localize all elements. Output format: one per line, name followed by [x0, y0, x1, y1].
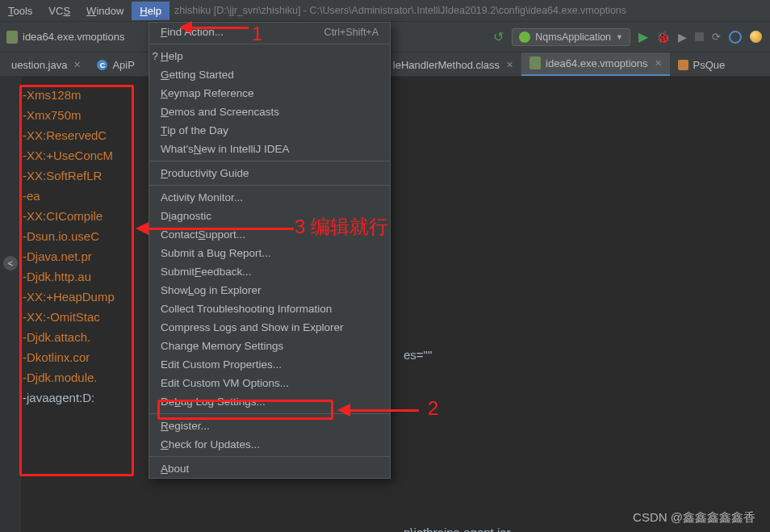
annotation-text-1: 1	[252, 23, 262, 45]
code-content-right: es="" n\jetbrains-agent.jar	[404, 319, 511, 532]
search-everywhere-icon[interactable]	[729, 31, 742, 44]
run-button[interactable]: ▶	[638, 29, 648, 44]
gutter	[0, 77, 21, 532]
close-icon[interactable]: ✕	[73, 60, 81, 70]
breadcrumb-file: idea64.exe.vmoptions	[23, 31, 124, 43]
git-update-icon[interactable]: ⟳	[712, 31, 721, 43]
edit-properties-item[interactable]: Edit Custom Properties...	[149, 355, 390, 374]
annotation-text-3: 3 编辑就行	[295, 214, 388, 240]
stop-button[interactable]	[695, 32, 704, 41]
tab-api[interactable]: C ApiP	[89, 54, 142, 76]
tip-item[interactable]: Tip of the Day	[149, 121, 390, 140]
debug-log-item[interactable]: Debug Log Settings...	[149, 392, 390, 411]
tab-handler-method[interactable]: leHandlerMethod.class ✕	[385, 54, 521, 76]
class-icon: C	[97, 60, 107, 70]
about-item[interactable]: About	[149, 459, 390, 478]
file-icon	[529, 57, 541, 69]
help-dropdown: Find Action...Ctrl+Shift+A ?Help Getting…	[149, 22, 391, 479]
tab-question-java[interactable]: uestion.java ✕	[3, 54, 89, 76]
chevron-down-icon: ▼	[616, 33, 623, 41]
tab-vmoptions[interactable]: idea64.exe.vmoptions ✕	[521, 52, 669, 76]
activity-monitor-item[interactable]: Activity Monitor...	[149, 188, 390, 207]
coverage-button[interactable]: ▶	[678, 31, 687, 44]
submit-feedback-item[interactable]: Submit Feedback...	[149, 262, 390, 281]
keymap-item[interactable]: Keymap Reference	[149, 84, 390, 103]
getting-started-item[interactable]: Getting Started	[149, 65, 390, 84]
compress-logs-item[interactable]: Compress Logs and Show in Explorer	[149, 318, 390, 337]
edit-vm-options-item[interactable]: Edit Custom VM Options...	[149, 374, 390, 392]
troubleshoot-item[interactable]: Collect Troubleshooting Information	[149, 300, 390, 318]
check-updates-item[interactable]: Check for Updates...	[149, 435, 390, 454]
show-log-item[interactable]: Show Log in Explorer	[149, 281, 390, 300]
html-icon	[678, 60, 688, 70]
file-icon	[6, 31, 18, 44]
demos-item[interactable]: Demos and Screencasts	[149, 103, 390, 121]
code-content: -Xms128m-Xmx750m-XX:ReservedC -XX:+UseCo…	[23, 85, 115, 408]
debug-button[interactable]: 🐞	[656, 31, 670, 44]
tab-psque[interactable]: PsQue	[670, 54, 734, 76]
annotation-text-2: 2	[428, 397, 438, 420]
find-action-item[interactable]: Find Action...Ctrl+Shift+A	[149, 23, 390, 41]
menu-tools[interactable]: Tools	[0, 2, 40, 20]
register-item[interactable]: Register...	[149, 417, 390, 435]
chevron-left-icon[interactable]: <	[3, 256, 18, 270]
run-config-selector[interactable]: NqmsApplication ▼	[512, 28, 630, 46]
spring-icon	[519, 31, 530, 43]
run-config-name: NqmsApplication	[535, 31, 611, 43]
memory-settings-item[interactable]: Change Memory Settings	[149, 337, 390, 355]
ide-help-icon[interactable]	[750, 31, 762, 43]
menubar: Tools VCS Window Help zhishiku [D:\jjr_s…	[0, 0, 770, 22]
close-icon[interactable]: ✕	[655, 58, 662, 69]
menu-window[interactable]: Window	[78, 2, 132, 20]
close-icon[interactable]: ✕	[506, 60, 513, 70]
submit-bug-item[interactable]: Submit a Bug Report...	[149, 244, 390, 262]
productivity-item[interactable]: Productivity Guide	[149, 164, 390, 182]
menu-help[interactable]: Help	[132, 2, 169, 20]
watermark: CSDN @鑫鑫鑫鑫鑫香	[633, 510, 755, 526]
whatsnew-item[interactable]: What's New in IntelliJ IDEA	[149, 140, 390, 158]
title-path: zhishiku [D:\jjr_svn\zhishiku] - C:\User…	[174, 5, 626, 16]
breadcrumb[interactable]: idea64.exe.vmoptions	[0, 31, 124, 44]
menu-vcs[interactable]: VCS	[40, 2, 78, 20]
sync-icon[interactable]: ↺	[493, 29, 504, 44]
help-item[interactable]: ?Help	[149, 47, 390, 65]
question-icon: ?	[149, 50, 161, 62]
